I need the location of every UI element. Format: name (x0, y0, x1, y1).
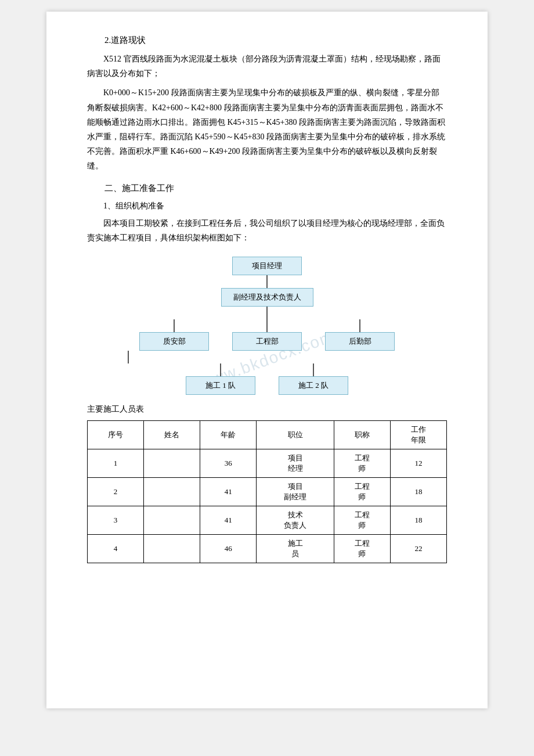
table-row: 241项目 副经理工程 师18 (88, 477, 447, 506)
col-title: 职称 (334, 420, 390, 449)
table-cell: 12 (390, 449, 446, 477)
org-level1-branch: 项目经理 (232, 257, 302, 288)
table-row: 341技术 负责人工程 师18 (88, 506, 447, 534)
org-level4-row: 施工 1 队 施工 2 队 (174, 363, 360, 395)
table-cell: 36 (200, 449, 257, 477)
org-box-vpm: 副经理及技术负责人 (221, 288, 313, 307)
table-cell: 2 (88, 477, 144, 506)
subsection-one-header: 1、组织机构准备 (87, 201, 447, 211)
table-header-row: 序号 姓名 年龄 职位 职称 工作 年限 (88, 420, 447, 449)
table-cell (144, 477, 200, 506)
org-box-pm: 项目经理 (232, 257, 302, 275)
table-cell: 41 (200, 506, 257, 534)
org-chart: 项目经理 副经理及技术负责人 质安部 工程部 (87, 257, 447, 395)
table-cell: 46 (200, 534, 257, 563)
para1: X512 官西线段路面为水泥混凝土板块（部分路段为沥青混凝土罩面）结构，经现场勘… (87, 52, 447, 81)
col-seq: 序号 (88, 420, 144, 449)
org-level4-section: 施工 1 队 施工 2 队 (128, 351, 406, 395)
org-branch-log: 后勤部 (313, 319, 406, 351)
org-box-eng: 工程部 (232, 332, 302, 351)
table-cell: 工程 师 (334, 534, 390, 563)
org-level2-branch: 副经理及技术负责人 (221, 288, 313, 319)
col-name: 姓名 (144, 420, 200, 449)
table-cell (144, 506, 200, 534)
org-box-log: 后勤部 (325, 332, 395, 351)
table-cell: 工程 师 (334, 506, 390, 534)
vline-team2 (313, 363, 314, 376)
org-box-team2: 施工 2 队 (279, 376, 348, 395)
table-cell: 项目 经理 (257, 449, 334, 477)
section2-title: 2.道路现状 (87, 35, 447, 46)
table-cell: 18 (390, 477, 446, 506)
table-cell: 3 (88, 506, 144, 534)
table-row: 136项目 经理工程 师12 (88, 449, 447, 477)
org-branch-team2: 施工 2 队 (267, 363, 360, 395)
org-level4-vline-container (128, 351, 406, 363)
org-box-qa: 质安部 (139, 332, 209, 351)
vline1 (266, 275, 268, 288)
section-two-header: 二、施工准备工作 (87, 183, 447, 194)
org-box-team1: 施工 1 队 (186, 376, 255, 395)
vline2 (266, 307, 268, 319)
col-position: 职位 (257, 420, 334, 449)
vline-qa (174, 319, 175, 332)
table-cell: 项目 副经理 (257, 477, 334, 506)
table-cell: 工程 师 (334, 449, 390, 477)
para3: 因本项目工期较紧，在接到工程任务后，我公司组织了以项目经理为核心的现场经理部，全… (87, 216, 447, 245)
table-cell: 工程 师 (334, 477, 390, 506)
vline-log (359, 319, 360, 332)
vline-team1 (220, 363, 221, 376)
org-level3-row: 质安部 工程部 后勤部 (128, 319, 406, 351)
table-cell (144, 534, 200, 563)
org-branch-eng: 工程部 (221, 319, 313, 351)
table-caption: 主要施工人员表 (87, 404, 447, 415)
table-cell: 1 (88, 449, 144, 477)
table-cell (144, 449, 200, 477)
para2: K0+000～K15+200 段路面病害主要为呈现集中分布的破损板及严重的纵、横… (87, 85, 447, 173)
org-branch-team1: 施工 1 队 (174, 363, 267, 395)
staff-tbody: 136项目 经理工程 师12241项目 副经理工程 师18341技术 负责人工程… (88, 449, 447, 563)
org-level3-section: 质安部 工程部 后勤部 (128, 319, 406, 351)
col-years: 工作 年限 (390, 420, 446, 449)
vline-from-eng (128, 351, 129, 363)
table-cell: 41 (200, 477, 257, 506)
page: www.bkdocx.com 2.道路现状 X512 官西线段路面为水泥混凝土板… (46, 12, 488, 708)
col-age: 年龄 (200, 420, 257, 449)
table-cell: 施工 员 (257, 534, 334, 563)
table-cell: 22 (390, 534, 446, 563)
table-cell: 18 (390, 506, 446, 534)
table-row: 446施工 员工程 师22 (88, 534, 447, 563)
vline-eng (266, 319, 268, 332)
org-branch-qa: 质安部 (128, 319, 221, 351)
table-cell: 4 (88, 534, 144, 563)
table-cell: 技术 负责人 (257, 506, 334, 534)
staff-table: 序号 姓名 年龄 职位 职称 工作 年限 136项目 经理工程 师12241项目… (87, 420, 447, 563)
